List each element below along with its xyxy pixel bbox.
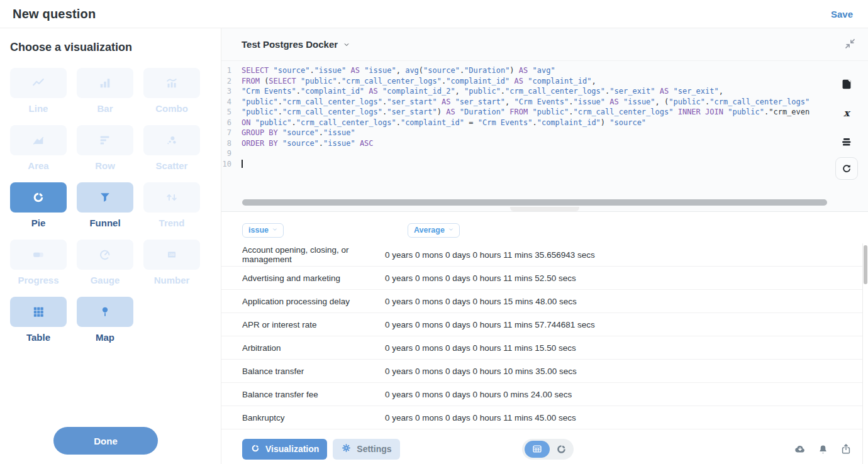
vertical-scrollbar-track[interactable] bbox=[862, 243, 868, 464]
done-button[interactable]: Done bbox=[53, 427, 158, 455]
run-query-icon bbox=[840, 162, 853, 175]
horizontal-scrollbar[interactable] bbox=[242, 199, 827, 206]
settings-button[interactable]: Settings bbox=[333, 439, 399, 460]
issue-cell[interactable]: Advertising and marketing bbox=[221, 273, 365, 283]
vertical-scrollbar-thumb[interactable] bbox=[864, 245, 867, 284]
gauge-icon bbox=[98, 248, 112, 262]
column-header-row: issue Average bbox=[221, 212, 868, 243]
editor-resize-handle[interactable] bbox=[510, 207, 579, 211]
sql-line: 10 bbox=[221, 159, 868, 170]
average-cell[interactable]: 0 years 0 mons 0 days 0 hours 11 mins 45… bbox=[365, 413, 576, 423]
viz-label: Funnel bbox=[77, 218, 133, 228]
issue-cell[interactable]: Account opening, closing, or management bbox=[221, 245, 365, 264]
collapse-editor-button[interactable] bbox=[843, 37, 857, 50]
share-button[interactable] bbox=[840, 443, 852, 455]
chevron-down-icon bbox=[448, 226, 454, 235]
visualization-grid: LineBarComboAreaRowScatterPieFunnelTrend… bbox=[10, 68, 221, 343]
average-cell[interactable]: 0 years 0 mons 0 days 0 hours 15 mins 48… bbox=[365, 297, 577, 306]
column-chip-average[interactable]: Average bbox=[408, 223, 460, 238]
average-cell[interactable]: 0 years 0 mons 0 days 0 hours 11 mins 35… bbox=[365, 250, 595, 260]
table-row: Application processing delay0 years 0 mo… bbox=[221, 290, 868, 313]
average-cell[interactable]: 0 years 0 mons 0 days 0 hours 11 mins 15… bbox=[365, 343, 576, 353]
combo-chart-icon bbox=[165, 76, 179, 90]
viz-label: Number bbox=[143, 275, 200, 285]
gear-icon bbox=[341, 443, 352, 453]
issue-cell[interactable]: Arbitration bbox=[221, 343, 365, 353]
viz-funnel-button[interactable] bbox=[77, 182, 133, 213]
viz-table-button[interactable] bbox=[10, 297, 67, 327]
issue-cell[interactable]: Bankruptcy bbox=[221, 413, 365, 423]
table-view-toggle[interactable] bbox=[525, 441, 550, 458]
main-layout: Choose a visualization LineBarComboAreaR… bbox=[0, 28, 868, 464]
alerts-button[interactable] bbox=[817, 443, 829, 455]
table-row: Balance transfer fee0 years 0 mons 0 day… bbox=[221, 383, 868, 406]
chevron-down-icon bbox=[272, 226, 278, 233]
sql-line-text: SELECT "source"."issue" AS "issue", avg(… bbox=[242, 65, 868, 76]
page-title: New question bbox=[13, 7, 96, 21]
viz-option-area: Area bbox=[10, 125, 67, 171]
average-cell[interactable]: 0 years 0 mons 0 days 0 hours 10 mins 35… bbox=[365, 367, 577, 376]
sql-line-text bbox=[242, 159, 868, 170]
viz-line-button[interactable] bbox=[10, 68, 67, 98]
viz-map-button[interactable] bbox=[77, 297, 133, 327]
viz-area-button[interactable] bbox=[10, 125, 67, 155]
chevron-down-icon bbox=[272, 226, 278, 235]
column-chip-label: Average bbox=[414, 226, 445, 235]
average-cell[interactable]: 0 years 0 mons 0 days 0 hours 11 mins 57… bbox=[365, 320, 595, 329]
viz-option-progress: Progress bbox=[10, 240, 67, 285]
sql-line: 4"public"."crm_call_center_logs"."ser_st… bbox=[221, 97, 868, 108]
data-reference-button[interactable] bbox=[840, 77, 854, 91]
viz-label: Progress bbox=[10, 275, 67, 285]
visualization-button[interactable]: Visualization bbox=[242, 439, 327, 460]
viz-option-bar: Bar bbox=[77, 68, 133, 114]
issue-cell[interactable]: Application processing delay bbox=[221, 297, 365, 306]
viz-label: Table bbox=[10, 332, 67, 343]
viz-progress-button[interactable] bbox=[10, 240, 67, 270]
issue-cell[interactable]: APR or interest rate bbox=[221, 320, 365, 329]
save-button[interactable]: Save bbox=[831, 9, 853, 19]
viz-row-button[interactable] bbox=[77, 125, 133, 155]
snippets-button[interactable] bbox=[840, 135, 854, 149]
area-chart-icon bbox=[31, 133, 45, 147]
viz-option-table: Table bbox=[10, 297, 67, 343]
table-row: APR or interest rate0 years 0 mons 0 day… bbox=[221, 313, 868, 336]
viz-gauge-button[interactable] bbox=[77, 240, 133, 270]
line-number: 8 bbox=[221, 138, 231, 149]
line-number: 4 bbox=[221, 97, 231, 108]
sql-editor[interactable]: 1SELECT "source"."issue" AS "issue", avg… bbox=[221, 61, 868, 169]
viz-scatter-button[interactable] bbox=[143, 125, 200, 155]
database-selector[interactable]: Test Postgres Docker bbox=[242, 39, 338, 50]
viz-label: Gauge bbox=[77, 275, 133, 285]
svg-text:x: x bbox=[843, 107, 851, 119]
viz-combo-button[interactable] bbox=[143, 68, 200, 98]
sql-line: 7GROUP BY "source"."issue" bbox=[221, 128, 868, 138]
row-chart-icon bbox=[98, 133, 112, 147]
viz-label: Pie bbox=[10, 218, 67, 228]
average-cell[interactable]: 0 years 0 mons 0 days 0 hours 0 mins 24.… bbox=[365, 390, 572, 399]
column-chip-issue[interactable]: issue bbox=[242, 223, 284, 238]
issue-cell[interactable]: Balance transfer fee bbox=[221, 390, 365, 399]
average-cell[interactable]: 0 years 0 mons 0 days 0 hours 11 mins 52… bbox=[365, 273, 576, 283]
viz-trend-button[interactable] bbox=[143, 182, 200, 213]
viz-pie-button[interactable] bbox=[10, 182, 67, 213]
viz-bar-button[interactable] bbox=[77, 68, 133, 98]
display-toggle bbox=[522, 439, 574, 460]
progress-icon bbox=[31, 248, 45, 262]
sql-line-text bbox=[242, 148, 868, 159]
pie-chart-icon bbox=[555, 443, 567, 455]
issue-cell[interactable]: Balance transfer bbox=[221, 367, 365, 376]
viz-label: Line bbox=[10, 103, 67, 114]
download-results-button[interactable] bbox=[794, 443, 806, 455]
sql-editor-pane: Test Postgres Docker 1SELECT "source"."i… bbox=[221, 28, 868, 212]
chevron-down-icon bbox=[448, 226, 454, 233]
viz-label: Area bbox=[10, 160, 67, 171]
bar-chart-icon bbox=[98, 76, 112, 90]
chart-view-toggle[interactable] bbox=[555, 443, 567, 455]
viz-number-button[interactable]: 100 bbox=[143, 240, 200, 270]
run-query-button[interactable] bbox=[835, 157, 858, 180]
result-table: Account opening, closing, or management0… bbox=[221, 243, 868, 429]
editor-header: Test Postgres Docker bbox=[221, 28, 868, 61]
bottom-toolbar: Visualization Settings bbox=[221, 434, 862, 464]
variables-button[interactable]: x bbox=[840, 106, 854, 120]
chevron-down-icon bbox=[343, 41, 350, 48]
